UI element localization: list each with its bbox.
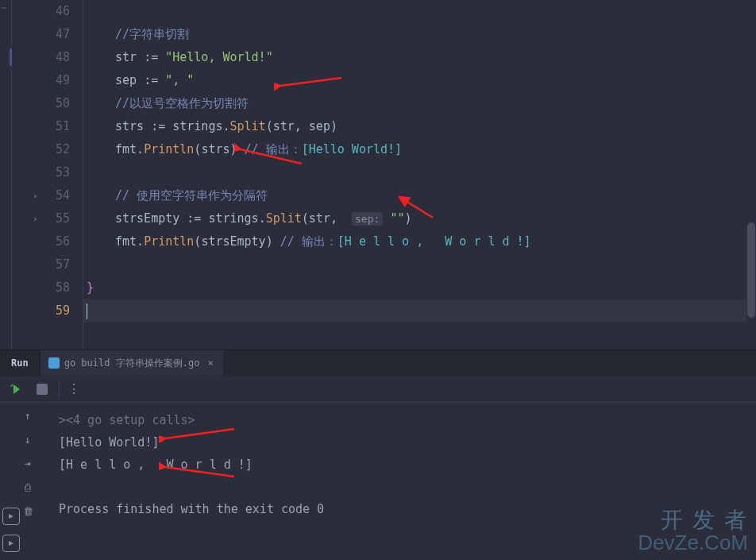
clear-icon[interactable]: 🗑 — [20, 503, 36, 519]
line-number: 53 — [45, 161, 70, 184]
soft-wrap-icon[interactable]: ⇥ — [20, 455, 36, 471]
code-line[interactable]: //字符串切割 — [83, 23, 756, 46]
svg-line-3 — [165, 429, 234, 438]
editor-margin: ⋯ — [0, 0, 12, 350]
run-tab-bar: Run go build 字符串操作案例.go × — [0, 350, 756, 376]
line-number-gutter: 46 47 48 49 50 51 52 53 54 55 56 57 58 5… — [45, 0, 83, 350]
code-line[interactable] — [83, 253, 756, 276]
vertical-scrollbar[interactable] — [746, 0, 756, 350]
line-number-current: 59 — [45, 299, 70, 322]
line-number: 49 — [45, 69, 70, 92]
tool-window-button[interactable] — [2, 508, 20, 525]
annotation-arrow-icon — [159, 461, 238, 481]
line-number: 51 — [45, 115, 70, 138]
scroll-up-icon[interactable]: ↑ — [20, 407, 36, 423]
margin-dots: ⋯ — [0, 3, 6, 12]
tool-window-button[interactable] — [2, 535, 20, 552]
scroll-down-icon[interactable]: ↓ — [20, 431, 36, 447]
code-line[interactable]: str := "Hello, World!" — [83, 46, 756, 69]
code-line[interactable]: strs := strings.Split(str, sep) — [83, 115, 756, 138]
code-line[interactable]: // 使用空字符串作为分隔符 — [83, 184, 756, 207]
line-number: 48 — [45, 46, 70, 69]
svg-line-4 — [165, 467, 234, 477]
output-line: [Hello World!] — [59, 435, 159, 450]
close-icon[interactable]: × — [204, 357, 216, 369]
comment: //字符串切割 — [115, 27, 189, 41]
separator — [59, 381, 60, 397]
line-number: 50 — [45, 92, 70, 115]
fold-column: › › — [12, 0, 45, 350]
scrollbar-thumb[interactable] — [747, 222, 755, 318]
comment: // 使用空字符串作为分隔符 — [115, 188, 268, 203]
line-number: 54 — [45, 184, 70, 207]
annotation-arrow-icon — [159, 423, 238, 442]
fold-chevron-icon[interactable]: › — [33, 214, 38, 224]
run-tool-window: Run go build 字符串操作案例.go × ⋮ ↑ ↓ ⇥ ⎙ 🗑 ><… — [0, 350, 756, 560]
code-line[interactable]: } — [83, 276, 756, 299]
line-number: 52 — [45, 138, 70, 161]
comment: //以逗号空格作为切割符 — [115, 96, 249, 110]
run-config-tab[interactable]: go build 字符串操作案例.go × — [40, 350, 223, 376]
line-number: 58 — [45, 276, 70, 299]
stop-button[interactable] — [33, 380, 51, 398]
code-line-current[interactable] — [83, 299, 756, 322]
run-config-label: go build 字符串操作案例.go — [64, 357, 200, 370]
code-line[interactable]: fmt.Println(strs) // 输出：[Hello World!] — [83, 138, 756, 161]
line-number: 46 — [45, 0, 70, 23]
code-content[interactable]: //字符串切割 str := "Hello, World!" sep := ",… — [83, 0, 756, 350]
line-number: 57 — [45, 253, 70, 276]
line-number: 55 — [45, 207, 70, 230]
rerun-button[interactable] — [8, 380, 25, 398]
code-line[interactable] — [83, 0, 756, 23]
code-line[interactable]: sep := ", " — [83, 69, 756, 92]
code-line[interactable] — [83, 161, 756, 184]
print-icon[interactable]: ⎙ — [20, 479, 36, 495]
line-number: 56 — [45, 230, 70, 253]
left-rail — [0, 508, 22, 560]
line-number: 47 — [45, 23, 70, 46]
run-toolbar: ⋮ — [0, 376, 756, 403]
go-file-icon — [48, 357, 60, 369]
code-editor[interactable]: ⋯ › › 46 47 48 49 50 51 52 53 54 55 56 5… — [0, 0, 756, 350]
code-line[interactable]: //以逗号空格作为切割符 — [83, 92, 756, 115]
console-output[interactable]: ><4 go setup calls> [Hello World!] [H e … — [56, 403, 756, 560]
code-line[interactable]: fmt.Println(strsEmpty) // 输出：[H e l l o … — [83, 230, 756, 253]
fold-chevron-icon[interactable]: > — [59, 413, 66, 427]
output-exit: Process finished with the exit code 0 — [59, 502, 324, 516]
parameter-hint: sep: — [352, 212, 383, 226]
more-actions-button[interactable]: ⋮ — [68, 381, 81, 396]
text-cursor — [87, 303, 87, 319]
fold-chevron-icon[interactable]: › — [33, 191, 38, 201]
code-line[interactable]: strsEmpty := strings.Split(str, sep: "") — [83, 207, 756, 230]
run-tab-button[interactable]: Run — [0, 350, 40, 376]
console-body: ↑ ↓ ⇥ ⎙ 🗑 ><4 go setup calls> [Hello Wor… — [0, 403, 756, 560]
